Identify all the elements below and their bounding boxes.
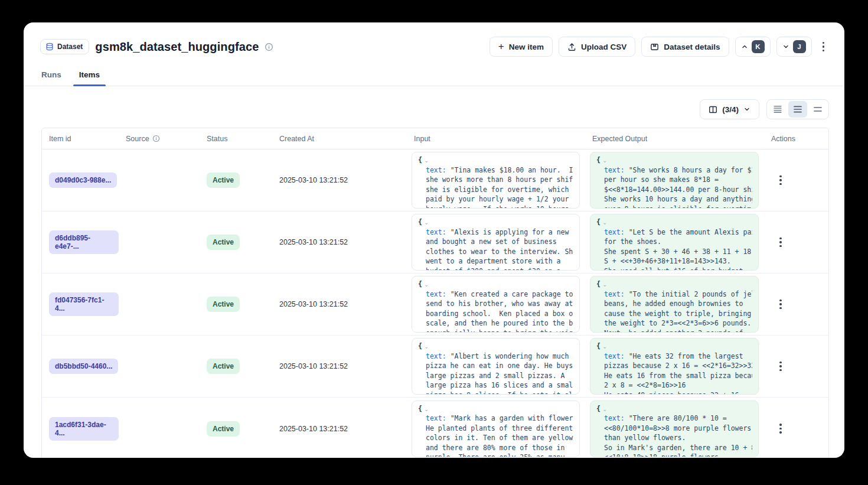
json-key: text:	[426, 228, 446, 236]
page-title: gsm8k_dataset_huggingface	[95, 40, 259, 54]
expected-output-json-viewer[interactable]: {⌄ text:"There are 80/100 * 10 = <<80/10…	[590, 401, 759, 457]
expected-output-json-viewer[interactable]: {⌄ text:"Let S be the amount Alexis paid…	[590, 214, 759, 271]
dataset-badge-label: Dataset	[57, 43, 83, 51]
created-at-cell: 2025-03-10 13:21:52	[272, 362, 407, 370]
items-table: Item id Source Status Created At Input E…	[41, 128, 829, 458]
upload-csv-button[interactable]: Upload CSV	[559, 37, 635, 57]
dataset-details-button[interactable]: Dataset details	[641, 37, 729, 57]
collapse-chevron-icon[interactable]: ⌄	[424, 220, 429, 226]
expected-output-cell: {⌄ text:"Let S be the amount Alexis paid…	[585, 211, 764, 273]
row-actions-button[interactable]	[775, 172, 787, 189]
row-actions-button[interactable]	[775, 296, 787, 313]
status-badge: Active	[207, 421, 240, 437]
row-actions-button[interactable]	[775, 358, 787, 375]
header-more-actions-button[interactable]	[818, 38, 830, 56]
table-toolbar: (3/4)	[24, 86, 844, 128]
open-brace: {	[596, 155, 601, 165]
title-info-icon[interactable]	[265, 43, 273, 51]
upload-icon	[567, 43, 576, 51]
expand-user-j-button[interactable]: J	[776, 37, 812, 57]
item-id-badge[interactable]: d049d0c3-988e...	[49, 172, 117, 188]
json-key: text:	[604, 228, 625, 236]
col-header-status[interactable]: Status	[200, 135, 272, 143]
collapse-chevron-icon[interactable]: ⌄	[424, 158, 429, 164]
kebab-icon	[779, 300, 782, 310]
collapse-chevron-icon[interactable]: ⌄	[602, 158, 607, 164]
input-json-viewer[interactable]: {⌄ text:"Tina makes $18.00 an hour. If s…	[412, 152, 580, 209]
open-brace: {	[596, 404, 601, 414]
created-at-cell: 2025-03-10 13:21:52	[272, 238, 407, 246]
item-id-cell: db5bbd50-4460...	[42, 359, 119, 374]
collapse-user-k-button[interactable]: K	[735, 37, 771, 57]
collapse-chevron-icon[interactable]: ⌄	[602, 282, 607, 288]
expected-output-json-viewer[interactable]: {⌄ text:"To the initial 2 pounds of jell…	[590, 276, 759, 333]
expected-output-json-viewer[interactable]: {⌄ text:"She works 8 hours a day for $18…	[590, 152, 759, 209]
row-height-toggle	[766, 99, 829, 119]
item-id-badge[interactable]: fd047356-7fc1-4...	[49, 292, 119, 316]
table-row[interactable]: d049d0c3-988e... Active 2025-03-10 13:21…	[42, 149, 828, 211]
tab-items[interactable]: Items	[78, 66, 101, 86]
input-json-viewer[interactable]: {⌄ text:"Ken created a care package to s…	[412, 276, 580, 333]
created-at-cell: 2025-03-10 13:21:52	[272, 176, 407, 184]
actions-cell	[764, 420, 828, 437]
row-height-medium-button[interactable]	[788, 101, 807, 118]
open-brace: {	[418, 341, 422, 351]
input-json-viewer[interactable]: {⌄ text:"Mark has a garden with flowers.…	[412, 401, 580, 457]
new-item-button[interactable]: + New item	[490, 37, 553, 57]
item-id-badge[interactable]: 1acd6f31-3dae-4...	[49, 417, 119, 441]
columns-count: (3/4)	[722, 105, 739, 114]
avatar-k: K	[752, 40, 765, 53]
input-cell: {⌄ text:"Mark has a garden with flowers.…	[407, 398, 585, 458]
expected-output-json-viewer[interactable]: {⌄ text:"He eats 32 from the largest piz…	[590, 338, 759, 395]
json-key: text:	[604, 166, 625, 174]
status-badge: Active	[207, 172, 240, 188]
table-row[interactable]: db5bbd50-4460... Active 2025-03-10 13:21…	[42, 336, 828, 398]
input-json-viewer[interactable]: {⌄ text:"Albert is wondering how much pi…	[412, 338, 580, 395]
avatar-j: J	[793, 40, 806, 53]
open-brace: {	[596, 279, 601, 289]
collapse-chevron-icon[interactable]: ⌄	[602, 406, 607, 412]
row-actions-button[interactable]	[775, 420, 787, 437]
status-badge: Active	[207, 235, 240, 250]
status-cell: Active	[200, 297, 272, 312]
col-header-actions: Actions	[764, 135, 828, 143]
col-header-created-at[interactable]: Created At	[272, 135, 407, 143]
expected-output-cell: {⌄ text:"She works 8 hours a day for $18…	[585, 149, 764, 211]
json-key: text:	[426, 290, 446, 298]
status-cell: Active	[200, 421, 272, 437]
col-header-source[interactable]: Source	[119, 135, 200, 143]
kebab-icon	[779, 424, 782, 434]
collapse-chevron-icon[interactable]: ⌄	[424, 406, 429, 412]
col-header-item-id[interactable]: Item id	[42, 135, 119, 143]
row-height-large-button[interactable]	[808, 101, 827, 118]
input-cell: {⌄ text:"Albert is wondering how much pi…	[407, 336, 585, 397]
json-key: text:	[604, 290, 625, 298]
table-row[interactable]: fd047356-7fc1-4... Active 2025-03-10 13:…	[42, 274, 828, 336]
item-id-badge[interactable]: d6ddb895-e4e7-...	[49, 230, 119, 254]
item-id-cell: d6ddb895-e4e7-...	[42, 230, 119, 254]
collapse-chevron-icon[interactable]: ⌄	[424, 282, 429, 288]
table-body: d049d0c3-988e... Active 2025-03-10 13:21…	[42, 149, 828, 458]
collapse-chevron-icon[interactable]: ⌄	[602, 220, 607, 226]
table-row[interactable]: 1acd6f31-3dae-4... Active 2025-03-10 13:…	[42, 398, 828, 458]
tab-runs[interactable]: Runs	[40, 66, 63, 86]
item-id-cell: fd047356-7fc1-4...	[42, 292, 119, 316]
input-json-viewer[interactable]: {⌄ text:"Alexis is applying for a new jo…	[412, 214, 580, 271]
kebab-icon	[779, 175, 782, 185]
columns-selector-button[interactable]: (3/4)	[700, 99, 759, 119]
collapse-chevron-icon[interactable]: ⌄	[424, 344, 429, 350]
table-row[interactable]: d6ddb895-e4e7-... Active 2025-03-10 13:2…	[42, 211, 828, 274]
kebab-icon	[779, 237, 782, 248]
col-header-input[interactable]: Input	[407, 135, 585, 143]
row-actions-button[interactable]	[775, 234, 787, 251]
row-height-small-button[interactable]	[768, 101, 787, 118]
open-brace: {	[418, 155, 422, 165]
open-brace: {	[418, 404, 422, 414]
item-id-badge[interactable]: db5bbd50-4460...	[49, 359, 118, 374]
source-info-icon[interactable]	[152, 135, 160, 142]
col-header-expected-output[interactable]: Expected Output	[585, 135, 764, 143]
json-key: text:	[426, 414, 446, 422]
created-at-cell: 2025-03-10 13:21:52	[272, 425, 407, 433]
status-badge: Active	[207, 359, 240, 374]
collapse-chevron-icon[interactable]: ⌄	[602, 344, 607, 350]
